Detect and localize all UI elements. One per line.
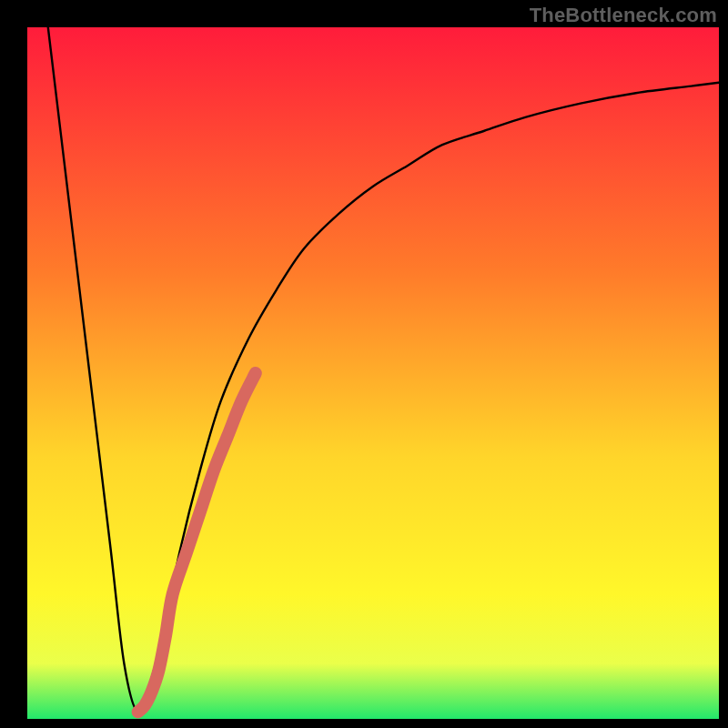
bottleneck-chart bbox=[27, 27, 719, 719]
gradient-background bbox=[27, 27, 719, 719]
watermark-text: TheBottleneck.com bbox=[530, 4, 717, 27]
chart-frame: TheBottleneck.com bbox=[0, 0, 728, 728]
plot-area bbox=[27, 27, 719, 719]
